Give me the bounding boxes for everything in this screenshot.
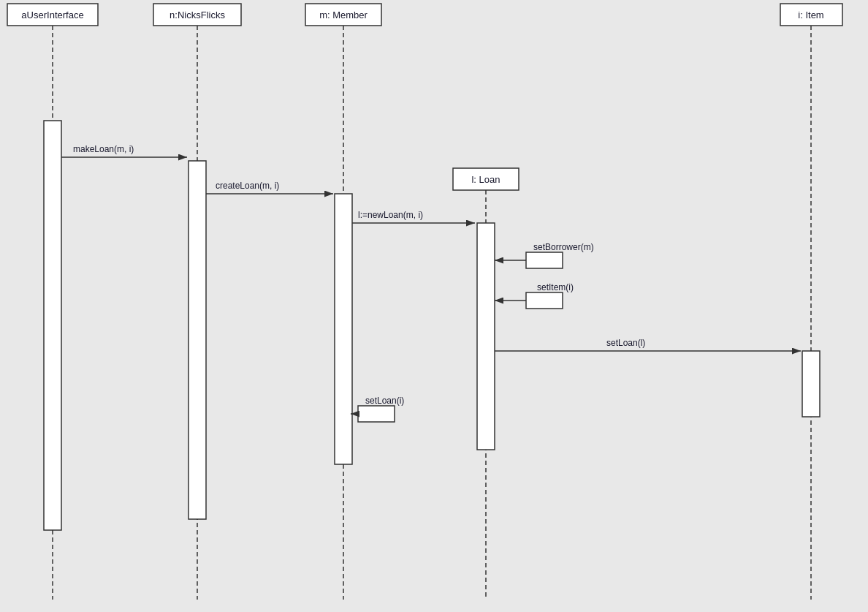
svg-text:setLoan(l): setLoan(l) [606, 338, 645, 348]
svg-text:l: Loan: l: Loan [471, 174, 500, 185]
svg-text:i: Item: i: Item [798, 10, 823, 20]
svg-text:makeLoan(m, i): makeLoan(m, i) [73, 144, 134, 154]
svg-text:n:NicksFlicks: n:NicksFlicks [170, 10, 225, 20]
svg-rect-20 [526, 292, 563, 309]
svg-rect-9 [802, 351, 820, 417]
svg-rect-7 [335, 194, 352, 464]
svg-text:createLoan(m, i): createLoan(m, i) [216, 181, 279, 191]
svg-text:setLoan(i): setLoan(i) [365, 396, 404, 406]
svg-rect-25 [358, 406, 395, 422]
uml-sequence-diagram: makeLoan(m, i) createLoan(m, i) l:=newLo… [0, 0, 868, 612]
svg-rect-17 [526, 252, 563, 268]
svg-text:setItem(i): setItem(i) [537, 282, 574, 292]
svg-text:aUserInterface: aUserInterface [21, 10, 83, 20]
svg-text:setBorrower(m): setBorrower(m) [533, 242, 594, 252]
svg-rect-5 [44, 121, 61, 530]
svg-rect-8 [477, 223, 495, 450]
svg-rect-6 [189, 161, 206, 519]
svg-text:m: Member: m: Member [319, 10, 368, 20]
svg-text:l:=newLoan(m, i): l:=newLoan(m, i) [358, 210, 423, 220]
